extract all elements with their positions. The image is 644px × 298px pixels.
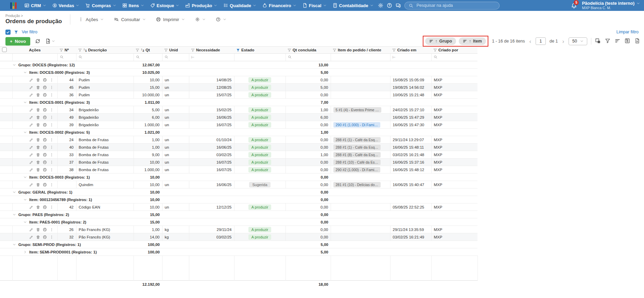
nav-menu-contabilidade[interactable]: Contabilidade xyxy=(330,0,377,11)
funnel-icon[interactable] xyxy=(59,48,63,52)
delete-icon[interactable] xyxy=(36,235,40,239)
chevron-down-icon[interactable] xyxy=(13,191,16,194)
filter-cell-por[interactable] xyxy=(431,54,477,61)
chevron-down-icon[interactable] xyxy=(13,243,16,246)
edit-icon[interactable] xyxy=(29,235,33,239)
delete-icon[interactable] xyxy=(36,168,40,172)
more-actions-icon[interactable] xyxy=(50,205,54,209)
clear-filter-link[interactable]: Limpar filtro xyxy=(616,30,639,34)
column-header-unid[interactable]: Unid xyxy=(162,47,189,54)
order-item-chip[interactable]: 5 #1 (4) - Eventos Prime … xyxy=(333,107,381,113)
edit-icon[interactable] xyxy=(29,183,33,187)
filter-cell-qt[interactable] xyxy=(134,54,162,61)
more-actions-icon[interactable] xyxy=(50,153,54,157)
notifications-button[interactable]: 5 xyxy=(571,2,577,9)
delete-icon[interactable] xyxy=(36,78,40,82)
filter-cell-unid[interactable] xyxy=(162,54,189,61)
order-row[interactable]: 24Bomba de Frutas1,00un01/10/24A produzi… xyxy=(0,136,477,144)
gear-button[interactable] xyxy=(378,3,383,8)
more-actions-icon[interactable] xyxy=(50,145,54,149)
order-row[interactable]: 45Pudim15,00un12/08/25A produzir5,0019/0… xyxy=(0,84,477,91)
filter-cell-nec[interactable]: ⊢ xyxy=(189,54,234,61)
delete-icon[interactable] xyxy=(36,93,40,97)
print-icon[interactable] xyxy=(43,123,47,127)
more-actions-icon[interactable] xyxy=(50,108,54,112)
item-sort-pill[interactable]: ↑ Item xyxy=(459,37,486,45)
order-item-chip[interactable]: 288 #1 (1) - Café da Esq… xyxy=(333,137,381,143)
order-row[interactable]: 36Pudim10.000,00un15/07/25A produzir0,00… xyxy=(0,91,477,99)
chat-button[interactable] xyxy=(396,3,401,8)
edit-icon[interactable] xyxy=(29,153,33,157)
print-icon[interactable] xyxy=(43,183,47,187)
funnel-icon[interactable] xyxy=(191,48,195,52)
funnel-icon[interactable] xyxy=(288,48,291,52)
edit-icon[interactable] xyxy=(29,108,33,112)
order-item-chip[interactable]: 288 #1 (10) - Café da Es… xyxy=(333,160,381,165)
funnel-icon[interactable] xyxy=(333,48,336,52)
help-search-input[interactable] xyxy=(416,3,495,8)
delete-icon[interactable] xyxy=(36,115,40,119)
more-actions-icon[interactable] xyxy=(50,160,54,164)
chevron-down-icon[interactable] xyxy=(23,71,27,74)
edit-icon[interactable] xyxy=(29,138,33,142)
nav-menu-estoque[interactable]: Estoque xyxy=(147,0,182,11)
imprimir-button[interactable]: Imprimir xyxy=(156,17,185,22)
more-actions-icon[interactable] xyxy=(50,228,54,232)
export-button[interactable] xyxy=(45,38,55,44)
chevron-down-icon[interactable] xyxy=(23,101,27,104)
filter-cell-num[interactable] xyxy=(57,54,76,61)
print-icon[interactable] xyxy=(43,160,47,164)
filter-cell-qtc[interactable] xyxy=(285,54,331,61)
edit-icon[interactable] xyxy=(29,85,33,89)
delete-icon[interactable] xyxy=(36,205,40,209)
gear-button[interactable] xyxy=(195,17,206,22)
help-search[interactable] xyxy=(404,2,500,10)
order-row[interactable]: 40Bomba de Frutas1,00un16/06/25A produzi… xyxy=(0,144,477,151)
funnel-icon[interactable] xyxy=(164,48,168,52)
print-icon[interactable] xyxy=(43,145,47,149)
chevron-down-icon[interactable] xyxy=(13,213,16,216)
print-icon[interactable] xyxy=(43,138,47,142)
delete-icon[interactable] xyxy=(36,228,40,232)
column-header-acoes[interactable]: Ações xyxy=(12,47,57,54)
delete-icon[interactable] xyxy=(36,123,40,127)
nav-menu-fiscal[interactable]: Fiscal xyxy=(299,0,330,11)
user-menu[interactable]: Pãodelícia (teste interno) MXP Bianca C.… xyxy=(582,1,640,10)
order-row[interactable]: 34Brigadeirão5,00un15/02/25A produzir1,0… xyxy=(0,106,477,114)
new-button[interactable]: +Novo xyxy=(5,37,30,46)
order-row[interactable]: 37Bomba de Frutas10,00un16/07/25A produz… xyxy=(0,159,477,166)
nav-menu-itens[interactable]: Itens xyxy=(119,0,147,11)
acoes-button[interactable]: Ações xyxy=(79,17,104,22)
more-actions-icon[interactable] xyxy=(50,123,54,127)
funnel-active-icon[interactable] xyxy=(236,48,240,52)
more-actions-icon[interactable] xyxy=(50,78,54,82)
page-input[interactable] xyxy=(536,37,546,45)
print-icon[interactable] xyxy=(43,168,47,172)
print-icon[interactable] xyxy=(43,153,47,157)
print-icon[interactable] xyxy=(43,235,47,239)
app-logo[interactable] xyxy=(10,2,17,9)
chevron-down-icon[interactable] xyxy=(23,176,27,179)
funnel-icon[interactable] xyxy=(433,48,437,52)
page-size-select[interactable]: 50 xyxy=(569,37,587,45)
edit-icon[interactable] xyxy=(29,145,33,149)
funnel-icon[interactable] xyxy=(392,48,396,52)
nav-menu-producao[interactable]: Produção xyxy=(182,0,220,11)
delete-icon[interactable] xyxy=(36,145,40,149)
delete-icon[interactable] xyxy=(36,183,40,187)
file-button[interactable] xyxy=(634,38,640,45)
group-sort-pill[interactable]: ↑ Grupo xyxy=(425,37,456,45)
refresh-icon[interactable] xyxy=(35,38,40,44)
edit-icon[interactable] xyxy=(29,123,33,127)
delete-icon[interactable] xyxy=(36,108,40,112)
select-all-checkbox[interactable] xyxy=(2,47,7,52)
more-actions-icon[interactable] xyxy=(50,93,54,97)
order-item-chip[interactable]: 281 #1 (10) - Delícias do… xyxy=(333,182,381,187)
order-row[interactable]: 49Brigadeirão6,00un16/06/25A produzir6,0… xyxy=(0,114,477,121)
order-row[interactable]: Quindim10,00un16/06/25Sugerida0,00281 #1… xyxy=(0,181,477,188)
help-button[interactable] xyxy=(387,3,392,8)
nav-menu-financeiro[interactable]: Financeiro xyxy=(259,0,299,11)
chevron-right-icon[interactable] xyxy=(23,250,27,254)
chevron-down-icon[interactable] xyxy=(23,198,27,201)
more-actions-icon[interactable] xyxy=(50,183,54,187)
